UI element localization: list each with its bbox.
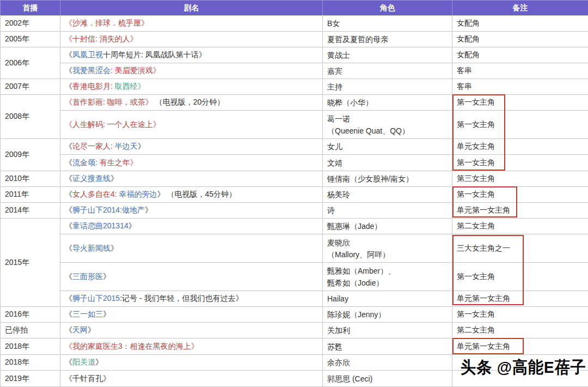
title-text: 《千针百孔》 [65, 374, 111, 383]
drama-title-cell: 《女人多自在4: 幸福的旁边》 （电视版，45分钟） [60, 187, 323, 203]
remark-cell: 第三女主角 [452, 171, 588, 187]
remark-cell: 第二女主角 [452, 323, 588, 338]
remark-cell: 女配角 [452, 47, 588, 63]
title-text: 《 [65, 244, 72, 252]
title-link[interactable]: 狮子山下2015 [72, 294, 120, 303]
table-row: 2009年《论尽一家人: 半边天》女儿单元女主角 [1, 139, 588, 155]
title-text: 》 [103, 272, 111, 281]
role-cell: B女 [323, 16, 452, 32]
title-link[interactable]: 《人生解码: 一个人在途上》 [65, 120, 161, 129]
remark-cell: 三大女主角之一 [452, 234, 588, 263]
title-link[interactable]: 证义搜查线 [72, 174, 111, 183]
remark-cell: 第二女主角 [452, 219, 588, 234]
year-cell: 2002年 [1, 16, 60, 32]
title-text: 《 [65, 205, 72, 214]
title-link[interactable]: 《十封信: 消失的人》 [65, 34, 138, 43]
table-row: 2006年《凤凰卫视十周年短片: 凤凰战队第十话》黄战士女配角 [1, 47, 588, 63]
table-row: 2011年《女人多自在4: 幸福的旁边》 （电视版，45分钟）杨美玲第一女主角 [1, 187, 588, 203]
title-link[interactable]: 《首作影画: 咖啡，或茶》 [65, 98, 153, 106]
drama-title-cell: 《三一如三》 [60, 307, 323, 323]
title-text: 《 [65, 142, 72, 150]
drama-title-cell: 《证义搜查线》 [60, 171, 323, 187]
title-text: 《 [65, 310, 72, 318]
title-link[interactable]: 《沙滩．排球．梳乎厘》 [65, 19, 149, 27]
title-text: 》 [95, 358, 103, 366]
drama-title-cell: 《人生解码: 一个人在途上》 [60, 111, 323, 139]
table-row: 《三面形医》甄雅如（Amber）、 甄希如（Jodie）第一女主角 [1, 263, 588, 291]
remark-cell: 单元第一女主角 [452, 203, 588, 219]
title-link[interactable]: 有生之年》 [97, 158, 138, 167]
title-link[interactable]: 女人多自在4: [72, 190, 117, 198]
role-cell: 甄雅如（Amber）、 甄希如（Jodie） [323, 263, 452, 291]
role-cell: 晓桦（小华） [323, 95, 452, 111]
title-link[interactable]: 《我的家庭医生3：相逢在黑夜的海上》 [65, 342, 199, 350]
year-cell: 2005年 [1, 32, 60, 47]
remark-cell: 第一女主角 [452, 155, 588, 171]
role-cell: Hailay [323, 291, 452, 307]
role-cell: 关加利 [323, 323, 452, 338]
title-link[interactable]: 香港电影月: [72, 82, 113, 90]
title-text: 》 （电视版，45分钟） [157, 190, 236, 198]
title-text: 十周年短片: 凤凰战队第十话》 [103, 50, 206, 59]
title-link[interactable]: 三面形医 [72, 272, 103, 281]
drama-title-cell: 《狮子山下2014:做地产》 [60, 203, 323, 219]
title-link[interactable]: 论尽一家人: [72, 142, 113, 150]
drama-title-cell: 《天网》 [60, 323, 323, 338]
remark-cell: 第一女主角 [452, 307, 588, 323]
table-row: 2018年《我的家庭医生3：相逢在黑夜的海上》苏甦单元第一女主角 [1, 338, 588, 355]
drama-title-cell: 《流金颂: 有生之年》 [60, 155, 323, 171]
role-cell: 锺倩南（少女股神/南女） [323, 171, 452, 187]
year-cell: 2019年 [1, 371, 60, 387]
remark-cell: 女配角 [452, 32, 588, 47]
table-row: 《导火新闻线》麦晓欣 （Mallory、阿咩）三大女主角之一 [1, 234, 588, 263]
role-cell: 文靖 [323, 155, 452, 171]
header-drama-name: 剧名 [60, 1, 323, 16]
title-text: 《 [65, 294, 72, 303]
title-link[interactable]: 我爱黑涩会: [72, 66, 113, 75]
title-text: 《 [65, 190, 72, 198]
drama-title-cell: 《童话恋曲201314》 [60, 219, 323, 234]
year-cell: 2010年 [1, 171, 60, 187]
remark-cell: 第一女主角 [452, 95, 588, 111]
title-text: 《 [65, 221, 72, 230]
title-link[interactable]: 天网 [72, 325, 88, 334]
drama-title-cell: 《香港电影月: 取西经》 [60, 79, 323, 95]
title-link[interactable]: 导火新闻线 [72, 244, 111, 252]
header-premiere: 首播 [1, 1, 60, 16]
title-link[interactable]: 童话恋曲201314 [72, 221, 128, 230]
year-cell: 2018年 [1, 338, 60, 355]
title-link[interactable]: 取西经》 [113, 82, 145, 90]
year-cell: 2014年 [1, 203, 60, 219]
year-cell: 2008年 [1, 95, 60, 139]
title-link[interactable]: 狮子山下2014:做地产 [72, 205, 145, 214]
drama-title-cell: 《凤凰卫视十周年短片: 凤凰战队第十话》 [60, 47, 323, 63]
table-header: 首播 剧名 角色 备注 [1, 1, 588, 16]
role-cell: 嘉宾 [323, 63, 452, 79]
role-cell: 女儿 [323, 139, 452, 155]
title-link[interactable]: 美眉爱演戏》 [113, 66, 161, 75]
remark-cell: 女配角 [452, 16, 588, 32]
title-link[interactable]: 阳关道 [72, 358, 95, 366]
table-row: 2002年《沙滩．排球．梳乎厘》B女女配角 [1, 16, 588, 32]
title-link[interactable]: 流金颂: [72, 158, 97, 167]
title-text: 《 [65, 50, 72, 59]
title-link[interactable]: 凤凰卫视 [72, 50, 103, 59]
role-cell: 诗 [323, 203, 452, 219]
title-text: 《 [65, 158, 72, 167]
title-link[interactable]: 半边天 [113, 142, 138, 150]
role-cell: 余亦欣 [323, 355, 452, 371]
header-role: 角色 [323, 1, 452, 16]
table-row: 2007年《香港电影月: 取西经》主持客串 [1, 79, 588, 95]
title-text: 《 [65, 272, 72, 281]
year-cell: 2007年 [1, 79, 60, 95]
table-row: 2008年《首作影画: 咖啡，或茶》 （电视版，20分钟）晓桦（小华）第一女主角 [1, 95, 588, 111]
role-cell: 杨美玲 [323, 187, 452, 203]
title-link[interactable]: 幸福的旁边 [117, 190, 157, 198]
header-remark: 备注 [452, 1, 588, 16]
table-row: 2016年《三一如三》陈珍妮（Jenny）第一女主角 [1, 307, 588, 323]
title-link[interactable]: 三一如三 [72, 310, 103, 318]
table-row: 2015年《童话恋曲201314》甄惠琳（Jade）第二女主角 [1, 219, 588, 234]
drama-title-cell: 《十封信: 消失的人》 [60, 32, 323, 47]
year-cell: 2009年 [1, 139, 60, 171]
table-row: 《狮子山下2015:记号 - 我们年轻，但我们也有过去》Hailay单元第一女主… [1, 291, 588, 307]
